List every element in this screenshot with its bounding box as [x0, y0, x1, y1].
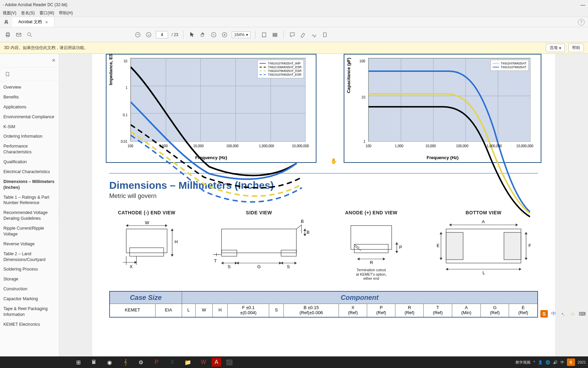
svg-rect-1: [6, 32, 9, 34]
powerpoint-icon[interactable]: P: [149, 357, 164, 367]
table-column-header: EIA: [155, 304, 182, 317]
options-button[interactable]: 选项▾: [546, 44, 565, 52]
acrobat-icon[interactable]: A: [212, 358, 221, 367]
table-column-header: B ±0.15(Ref)±0.006: [284, 304, 339, 317]
svg-rect-16: [273, 36, 277, 36]
hand-icon[interactable]: [199, 31, 207, 39]
svg-rect-3: [16, 33, 21, 36]
menu-help[interactable]: 帮助(H): [59, 10, 73, 16]
mail-icon[interactable]: [15, 31, 22, 39]
document-tab[interactable]: Acrobat 文档 ×: [12, 17, 54, 27]
search-icon[interactable]: [26, 31, 33, 39]
help-icon[interactable]: ?: [578, 19, 585, 26]
pointer-icon[interactable]: [188, 31, 196, 39]
tab-bar: 具 Acrobat 文档 × ?: [0, 17, 588, 27]
tray-people-icon[interactable]: 👤: [538, 360, 543, 365]
svg-text:G: G: [257, 264, 261, 269]
hand-cursor-icon: ✋: [330, 158, 337, 164]
sidebar-item[interactable]: Applications: [0, 102, 59, 112]
sidebar-item[interactable]: Tape & Reel Packaging Information: [0, 304, 59, 320]
menu-bar: 视图(V) 签名(S) 窗口(W) 帮助(H): [0, 10, 588, 17]
app-icon[interactable]: 𝄞: [118, 357, 133, 367]
main-toolbar: / 23 164%▾: [0, 27, 588, 42]
app-icon[interactable]: ⬛: [222, 357, 237, 367]
zoom-in-icon[interactable]: [221, 31, 228, 39]
tray-chevron-icon[interactable]: ^: [533, 360, 535, 364]
sidebar-item[interactable]: KEMET Electronics: [0, 320, 59, 329]
sidebar-item[interactable]: Reverse Voltage: [0, 239, 59, 249]
tools-tab[interactable]: 具: [0, 17, 12, 27]
sidebar-item[interactable]: Performance Characteristics: [0, 141, 59, 157]
stamp-icon[interactable]: [321, 31, 329, 39]
sidebar-item[interactable]: K-SIM: [0, 122, 59, 132]
wps-icon[interactable]: W: [196, 357, 211, 367]
sidebar-item[interactable]: Dimensions – Millimeters (Inches): [0, 177, 59, 193]
infobar-message: 3D 内容。如果您信任此文档，请启用该功能。: [4, 45, 88, 51]
print-icon[interactable]: [4, 31, 12, 39]
sidebar-item[interactable]: Environmental Compliance: [0, 112, 59, 122]
tray-volume-icon[interactable]: 🔊: [553, 360, 558, 365]
svg-text:S: S: [287, 264, 290, 269]
sidebar-item[interactable]: Capacitor Marking: [0, 294, 59, 304]
menu-window[interactable]: 窗口(W): [39, 10, 54, 16]
sidebar-item[interactable]: Construction: [0, 284, 59, 294]
bookmark-list[interactable]: OverviewBenefitsApplicationsEnvironmenta…: [0, 81, 59, 356]
minimize-button[interactable]: —: [581, 2, 585, 7]
tray-ime-label[interactable]: 中: [560, 360, 564, 365]
sidebar-item[interactable]: Table 1 – Ratings & Part Number Referenc…: [0, 193, 59, 208]
page-number-input[interactable]: [156, 31, 168, 39]
task-view-icon[interactable]: ⊞: [71, 357, 86, 367]
y-axis-label: Impedance, ESR (Ohms): [108, 54, 113, 85]
zoom-out-icon[interactable]: [210, 31, 217, 39]
ime-float-bar[interactable]: S 中 •, ☺ ⌨: [540, 310, 586, 318]
page-down-icon[interactable]: [145, 31, 152, 39]
document-viewport[interactable]: T491X107M025AT_IMP T491C336M025AT_ESR T4…: [59, 54, 588, 356]
excel-icon[interactable]: X: [165, 357, 180, 367]
sidebar-item[interactable]: Table 2 – Land Dimensions/Courtyard: [0, 249, 59, 265]
sidebar-item[interactable]: Electrical Characteristics: [0, 167, 59, 177]
sidebar-item[interactable]: Qualification: [0, 157, 59, 167]
sogou-tray-icon[interactable]: S: [567, 358, 575, 366]
comment-icon[interactable]: [289, 31, 296, 39]
table-column-header: F ±0.1±(0.004): [228, 304, 269, 317]
table-column-header: R(Ref): [395, 304, 424, 317]
table-header-component: Component: [182, 291, 538, 304]
window-titlebar: - Adobe Acrobat Reader DC (32-bit) —: [0, 0, 588, 10]
sidebar-item[interactable]: Soldering Process: [0, 264, 59, 274]
tray-label[interactable]: 教学视频: [516, 360, 530, 365]
page-up-icon[interactable]: [134, 31, 142, 39]
scroll-mode-icon[interactable]: [271, 31, 279, 39]
sidebar-item[interactable]: Ripple Current/Ripple Voltage: [0, 224, 59, 239]
sidebar-item[interactable]: Recommended Voltage Derating Guidelines: [0, 208, 59, 224]
svg-rect-49: [446, 232, 463, 260]
sidebar-close-icon[interactable]: ×: [52, 57, 55, 64]
sidebar-item[interactable]: Ordering Information: [0, 132, 59, 141]
bookmark-icon[interactable]: [0, 67, 59, 81]
sidebar-item[interactable]: Storage: [0, 274, 59, 284]
windows-taskbar[interactable]: ⊞ 🖩 ◉ 𝄞 ⚙ P X 📁 W A ⬛ 教学视频 ^ 👤 🌐 🔊 中 S 2…: [0, 356, 588, 368]
y-axis-label: Capacitance (µF): [346, 58, 351, 93]
svg-point-7: [146, 32, 151, 37]
sidebar-item[interactable]: Overview: [0, 82, 59, 92]
calculator-icon[interactable]: 🖩: [86, 357, 101, 367]
tray-wifi-icon[interactable]: 🌐: [545, 360, 550, 365]
sidebar-item[interactable]: Benefits: [0, 92, 59, 102]
help-button[interactable]: 帮助: [568, 44, 584, 52]
sign-icon[interactable]: [310, 31, 318, 39]
svg-line-5: [30, 35, 32, 37]
anode-end-view-diagram: ANODE (+) END VIEW P R Termina: [337, 210, 405, 281]
highlight-icon[interactable]: [299, 31, 307, 39]
tab-close-icon[interactable]: ×: [45, 19, 48, 25]
explorer-icon[interactable]: 📁: [180, 357, 195, 367]
page-total-label: / 23: [172, 32, 178, 37]
app-icon[interactable]: ⚙: [133, 357, 148, 367]
fit-width-icon[interactable]: [260, 31, 268, 39]
sogou-ime-icon: S: [540, 310, 548, 318]
svg-rect-50: [504, 232, 521, 260]
zoom-level-dropdown[interactable]: 164%▾: [232, 31, 250, 38]
menu-view[interactable]: 视图(V): [3, 10, 16, 16]
menu-sign[interactable]: 签名(S): [21, 10, 35, 16]
svg-text:B: B: [307, 230, 310, 235]
chrome-icon[interactable]: ◉: [102, 357, 117, 367]
tab-label: Acrobat 文档: [18, 19, 42, 25]
